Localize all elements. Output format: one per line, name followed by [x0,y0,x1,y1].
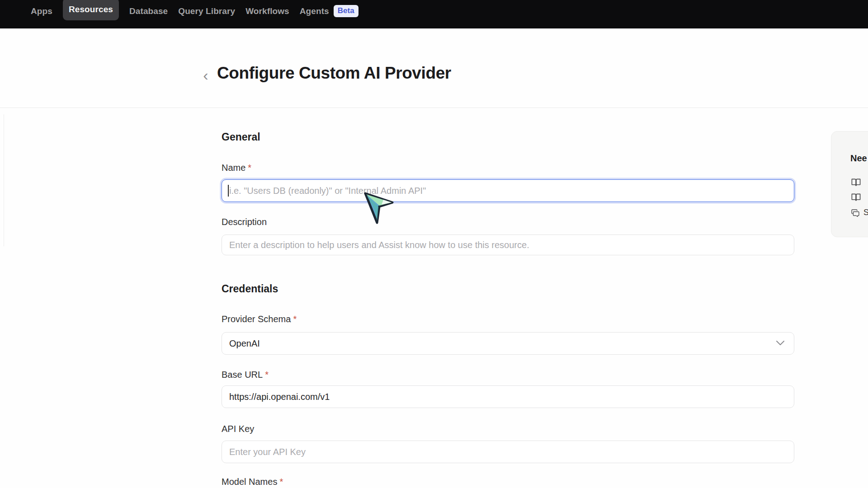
base-url-label: Base URL* [222,370,269,380]
nav-item-apps[interactable]: Apps [31,6,52,16]
page: Apps Resources Database Query Library Wo… [0,0,868,488]
required-asterisk: * [265,370,269,380]
provider-schema-label: Provider Schema* [222,314,297,324]
page-title: Configure Custom AI Provider [217,64,451,83]
provider-schema-value: OpenAI [229,338,260,349]
nav-item-query-library[interactable]: Query Library [178,6,235,16]
provider-schema-select[interactable]: OpenAI [222,332,794,355]
nav-item-resources[interactable]: Resources [63,0,119,20]
help-link-docs-1[interactable] [851,177,861,188]
help-link-label: S [863,208,868,217]
back-button[interactable]: ‹ [198,66,213,84]
name-input[interactable] [222,179,794,202]
description-input[interactable] [222,235,794,255]
required-asterisk: * [293,314,297,324]
header-divider [0,108,868,108]
name-label: Name* [222,163,251,173]
section-heading-general: General [222,131,260,143]
base-url-input[interactable] [222,385,794,408]
beta-badge: Beta [334,5,359,17]
book-icon [851,192,861,202]
nav-item-workflows[interactable]: Workflows [245,6,289,16]
model-names-label: Model Names* [222,477,283,487]
text-caret [228,185,229,197]
section-heading-credentials: Credentials [222,283,278,295]
nav-item-database[interactable]: Database [129,6,168,16]
chevron-down-icon [776,339,785,347]
required-asterisk: * [279,477,283,487]
help-panel-heading: Nee [850,153,867,164]
chevron-left-icon: ‹ [203,67,208,83]
help-link-support[interactable]: S [851,208,868,217]
api-key-input[interactable] [222,441,794,463]
description-label: Description [222,217,267,227]
help-panel: Nee S [831,131,868,237]
top-navigation: Apps Resources Database Query Library Wo… [0,0,868,28]
api-key-label: API Key [222,424,254,434]
book-icon [851,177,861,188]
help-link-docs-2[interactable] [851,192,861,202]
required-asterisk: * [248,163,251,173]
chat-icon [851,208,860,217]
resource-form: General Name* Description Credentials Pr… [222,131,794,488]
nav-item-agents[interactable]: Agents [300,6,329,16]
background-page-edge [4,114,4,246]
